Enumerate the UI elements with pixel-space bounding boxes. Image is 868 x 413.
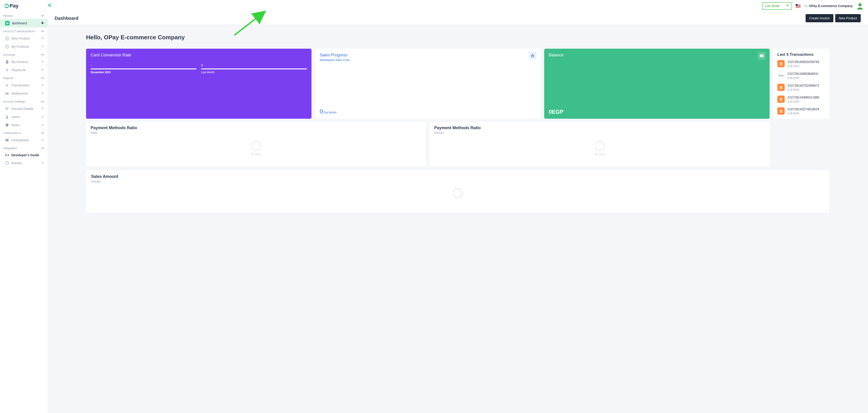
sidebar-section-invoicing[interactable]: Invoicing [0,51,48,58]
bolt-icon [5,83,9,87]
panel-title: Payment Methods Ratio [91,126,422,130]
sidebar-collapse-button[interactable] [48,3,52,8]
sidebar-item-transactions[interactable]: Transactions [0,81,48,90]
user-greeting: Hi, OPay E-commerce Company [804,4,852,8]
star-icon[interactable] [41,36,44,40]
sidebar-item-settlements[interactable]: Settlements [0,90,48,98]
star-icon[interactable] [41,92,44,96]
sidebar-item-developers-guide[interactable]: Developer's Guide [0,151,48,159]
star-icon[interactable] [41,44,44,49]
card-title: Sales Progress [320,53,536,58]
transaction-row[interactable]: 2107281434893116804.00 EGP [777,96,825,103]
brand-logo: Pay [4,3,19,9]
list-icon [5,107,9,110]
new-product-button[interactable]: New Product [835,14,861,22]
svg-rect-22 [4,5,6,6]
chevron-down-icon [786,4,789,8]
avatar[interactable] [856,2,864,10]
star-icon[interactable] [41,123,44,127]
sidebar-section-product-management[interactable]: PRODUCT MANAGEMENT [0,28,48,34]
camera-icon [5,92,9,95]
star-icon[interactable] [41,21,44,25]
card-transactions: Last 5 Transactions 2107281456202587834.… [773,49,829,119]
star-icon[interactable] [41,161,44,165]
sidebar-item-users[interactable]: Users [0,113,48,121]
nodata-icon [452,188,463,199]
card-icon [5,138,9,142]
panel-sales-amount: Sales Amount Amount [86,170,829,213]
nodata-icon [594,140,605,151]
star-icon[interactable] [41,68,44,72]
transaction-row[interactable]: 2107281456202587834.00 EGP [777,60,825,68]
transaction-id: 21072814368384651I [787,72,818,75]
card-conversion: Card Conversion Rate - November 2021 0 L… [86,49,311,119]
panel-title: Sales Amount [91,174,824,179]
page-header: Dashboard Create Invoice New Product [48,12,868,25]
shield-icon [5,123,9,127]
chevron-down-icon [41,147,44,150]
sidebar-section-pinned[interactable]: Pinned [0,12,48,19]
user-icon [5,115,9,119]
basket-icon [529,52,536,60]
transaction-amount: 4.00 EGP [787,65,819,68]
sidebar-section-reports[interactable]: Reports [0,74,48,81]
sidebar-item-sharelink[interactable]: ShareLink [0,66,48,74]
sidebar-item-account-details[interactable]: Account Details [0,105,48,113]
transaction-id: 210728145620258783 [787,60,819,64]
nodata-icon [251,140,261,151]
topbar: Pay Live Mode Hi, OPay E-commerce Compan… [0,0,868,12]
transaction-row[interactable]: 2107281432748165243.00 EGP [777,107,825,115]
transaction-amount: 3.00 EGP [787,112,819,115]
create-invoice-button[interactable]: Create Invoice [806,14,833,22]
sidebar-item-my-products[interactable]: My Products [0,42,48,51]
star-icon[interactable] [41,107,44,111]
transaction-row[interactable]: OPay21072814368384651I5.00 EGP [777,72,825,79]
mode-selector[interactable]: Live Mode [762,2,792,10]
locale-flag-icon[interactable] [796,4,801,8]
page-title: Dashboard [55,16,78,21]
invoice-icon [5,60,9,64]
pulse-icon [5,21,9,26]
logo-mark-icon [4,3,9,8]
link-icon [5,68,9,72]
sidebar: Pinned dashboard PRODUCT MANAGEMENT New … [0,12,48,413]
sidebar-item-chargeback[interactable]: Chargeback [0,136,48,144]
sidebar-section-chargeback[interactable]: CHARGEBACK [0,129,48,136]
bank-icon [777,60,785,67]
svg-rect-25 [778,75,779,76]
transaction-row[interactable]: 2107281437024584724.00 EGP [777,84,825,92]
code-icon [5,153,9,157]
sidebar-section-integration[interactable]: Integration [0,144,48,151]
sidebar-section-account-settings[interactable]: Account Settings [0,98,48,105]
svg-text:OPay: OPay [780,75,784,76]
chevron-down-icon [41,14,44,18]
sidebar-item-my-invoices[interactable]: My Invoices [0,58,48,66]
bank-icon [777,96,785,103]
sidebar-item-dashboard[interactable]: dashboard [0,19,48,28]
card-title: Balance [549,53,765,58]
main: Dashboard Create Invoice New Product Hel… [48,12,868,413]
opay-icon: OPay [777,72,785,79]
star-icon[interactable] [41,138,44,142]
chevron-down-icon [41,77,44,80]
star-icon[interactable] [41,115,44,119]
sidebar-item-iframes[interactable]: Iframes [0,159,48,167]
balance-value: 0EGP [549,109,563,115]
chevron-down-icon [41,132,44,135]
panel-pm-amount: Payment Methods Ratio Amount No Data [430,122,770,167]
brand-text: Pay [9,3,19,9]
hello-heading: Hello, OPay E-commerce Company [86,34,829,41]
sidebar-item-new-product[interactable]: New Product [0,34,48,42]
panel-title: Payment Methods Ratio [434,126,765,130]
star-icon[interactable] [41,83,44,87]
products-icon [5,45,9,48]
transaction-id: 210728143489311680 [787,96,819,99]
panel-pm-ratio: Payment Methods Ratio Ratio No Data [86,122,426,167]
card-title: Card Conversion Rate [91,53,307,58]
sidebar-item-roles[interactable]: Roles [0,121,48,129]
transaction-amount: 4.00 EGP [787,100,819,103]
star-icon[interactable] [41,60,44,64]
transaction-amount: 5.00 EGP [787,76,818,79]
card-balance: Balance 0EGP [544,49,770,119]
new-product-icon [5,37,9,40]
